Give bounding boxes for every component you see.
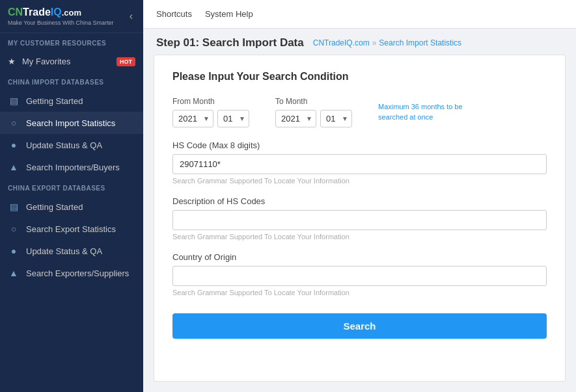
to-month-select[interactable]: 01020304 05060708 09101112 xyxy=(320,110,352,127)
from-month-label: From Month xyxy=(172,97,249,106)
from-month-select[interactable]: 01020304 05060708 09101112 xyxy=(217,110,249,127)
main-content: Shortcuts System Help Step 01: Search Im… xyxy=(143,0,576,392)
sidebar-item-label: Update Status & QA xyxy=(26,246,102,256)
country-group: Country of Origin Search Grammar Support… xyxy=(172,252,547,296)
breadcrumb: CNTradeIQ.com » Search Import Statistics xyxy=(313,38,461,47)
sidebar-item-label: Search Export Statistics xyxy=(26,224,116,234)
hs-code-input[interactable] xyxy=(172,154,547,174)
logo-tagline: Make Your Business With China Smarter xyxy=(8,20,114,26)
sidebar-item-search-export-statistics[interactable]: ○ Search Export Statistics xyxy=(0,218,143,240)
month-hint: Maximum 36 months to be searched at once xyxy=(378,102,482,122)
breadcrumb-home[interactable]: CNTradeIQ.com xyxy=(313,38,370,47)
form-card-title: Please Input Your Search Condition xyxy=(172,71,547,83)
sidebar-item-label: Getting Started xyxy=(26,96,83,106)
to-year-select[interactable]: 2021202020192018 xyxy=(275,110,316,127)
customer-resources-section-title: MY CUSTOMER RESOURCES xyxy=(0,33,143,51)
search-icon: ○ xyxy=(8,118,20,128)
sidebar: CNTradeIQ.com Make Your Business With Ch… xyxy=(0,0,143,392)
sidebar-logo: CNTradeIQ.com Make Your Business With Ch… xyxy=(0,0,143,33)
country-hint: Search Grammar Supported To Locate Your … xyxy=(172,289,547,296)
topnav: Shortcuts System Help xyxy=(143,0,576,29)
hot-badge: HOT xyxy=(117,57,135,66)
to-month-select-wrap: 01020304 05060708 09101112 ▼ xyxy=(320,110,352,127)
sidebar-item-label: Getting Started xyxy=(26,202,83,212)
logo-brand: CNTradeIQ.com xyxy=(8,7,114,18)
month-row: From Month 2021202020192018 ▼ 01020304 0… xyxy=(172,97,547,127)
breadcrumb-current: Search Import Statistics xyxy=(379,38,461,47)
sidebar-item-import-update-status[interactable]: ● Update Status & QA xyxy=(0,134,143,156)
description-label: Description of HS Codes xyxy=(172,196,547,206)
collapse-sidebar-button[interactable]: ‹ xyxy=(127,8,135,25)
breadcrumb-bar: Step 01: Search Import Data CNTradeIQ.co… xyxy=(143,29,576,55)
description-hint: Search Grammar Supported To Locate Your … xyxy=(172,233,547,241)
sidebar-item-export-getting-started[interactable]: ▤ Getting Started xyxy=(0,196,143,218)
from-year-select-wrap: 2021202020192018 ▼ xyxy=(172,110,213,127)
sidebar-item-import-getting-started[interactable]: ▤ Getting Started xyxy=(0,90,143,112)
from-year-select[interactable]: 2021202020192018 xyxy=(172,110,213,127)
breadcrumb-separator: » xyxy=(372,38,377,47)
favorites-label: My Favorites xyxy=(22,57,70,66)
logo-text: CNTradeIQ.com Make Your Business With Ch… xyxy=(8,7,114,26)
sidebar-item-search-exporters[interactable]: ▲ Search Exporters/Suppliers xyxy=(0,262,143,284)
country-input[interactable] xyxy=(172,266,547,286)
search-icon: ○ xyxy=(8,224,20,234)
users-icon: ▲ xyxy=(8,162,20,172)
sidebar-item-label: Search Exporters/Suppliers xyxy=(26,268,129,278)
to-month-label: To Month xyxy=(275,97,352,106)
page-title: Step 01: Search Import Data xyxy=(156,36,304,49)
sidebar-item-search-import-statistics[interactable]: ○ Search Import Statistics xyxy=(0,112,143,134)
description-input[interactable] xyxy=(172,210,547,230)
country-label: Country of Origin xyxy=(172,252,547,262)
bell-icon: ● xyxy=(8,246,20,256)
sidebar-item-label: Update Status & QA xyxy=(26,140,102,150)
china-export-section-title: CHINA EXPORT DATABASES xyxy=(0,178,143,196)
search-form-card: Please Input Your Search Condition From … xyxy=(154,55,566,382)
chart-icon: ▤ xyxy=(8,96,20,106)
bell-icon: ● xyxy=(8,140,20,150)
to-month-group: To Month 2021202020192018 ▼ 01020304 050… xyxy=(275,97,352,127)
hs-code-hint: Search Grammar Supported To Locate Your … xyxy=(172,177,547,185)
from-month-group: From Month 2021202020192018 ▼ 01020304 0… xyxy=(172,97,249,127)
from-month-select-wrap: 01020304 05060708 09101112 ▼ xyxy=(217,110,249,127)
china-import-section-title: CHINA IMPORT DATABASES xyxy=(0,72,143,90)
hs-code-label: HS Code (Max 8 digits) xyxy=(172,140,547,150)
to-month-selects: 2021202020192018 ▼ 01020304 05060708 091… xyxy=(275,110,352,127)
description-group: Description of HS Codes Search Grammar S… xyxy=(172,196,547,241)
topnav-system-help[interactable]: System Help xyxy=(205,7,253,21)
sidebar-item-search-importers[interactable]: ▲ Search Importers/Buyers xyxy=(0,156,143,178)
hs-code-group: HS Code (Max 8 digits) Search Grammar Su… xyxy=(172,140,547,185)
from-month-selects: 2021202020192018 ▼ 01020304 05060708 091… xyxy=(172,110,249,127)
sidebar-item-label: Search Importers/Buyers xyxy=(26,163,120,172)
sidebar-item-label: Search Import Statistics xyxy=(26,118,115,128)
users-icon: ▲ xyxy=(8,268,20,278)
chart-icon: ▤ xyxy=(8,202,20,212)
sidebar-item-export-update-status[interactable]: ● Update Status & QA xyxy=(0,240,143,262)
topnav-shortcuts[interactable]: Shortcuts xyxy=(156,7,192,21)
search-button[interactable]: Search xyxy=(172,313,547,339)
sidebar-item-favorites[interactable]: ★ My Favorites HOT xyxy=(0,51,143,72)
to-year-select-wrap: 2021202020192018 ▼ xyxy=(275,110,316,127)
star-icon: ★ xyxy=(8,57,16,66)
